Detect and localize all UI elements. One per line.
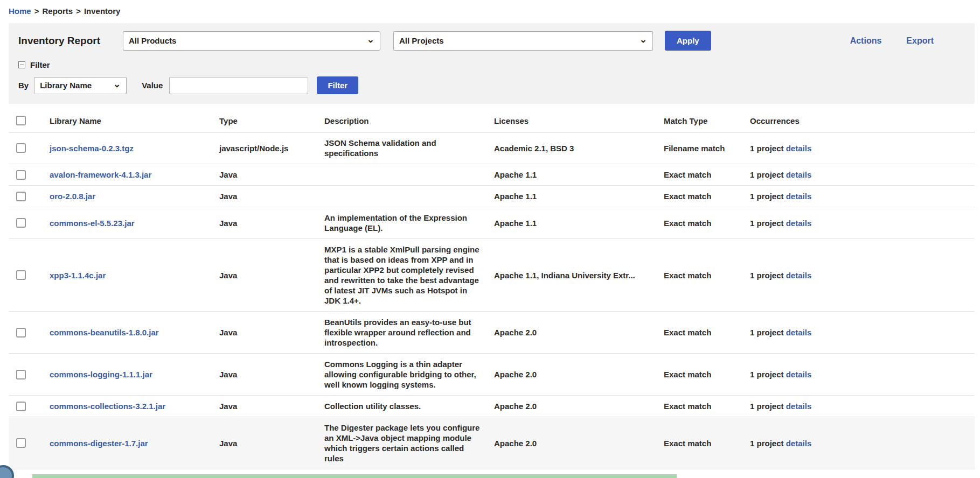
filter-section-header: Filter xyxy=(18,60,965,69)
library-link[interactable]: commons-logging-1.1.1.jar xyxy=(50,370,152,379)
row-checkbox[interactable] xyxy=(16,270,26,280)
table-row: xpp3-1.1.4c.jar Java MXP1 is a stable Xm… xyxy=(9,239,975,312)
description-cell: Collection utility classes. xyxy=(319,396,489,417)
row-checkbox[interactable] xyxy=(16,370,26,379)
breadcrumb-separator: > xyxy=(34,6,39,16)
type-cell: Java xyxy=(214,417,319,469)
filter-controls: By Library Name ⌄ Value Filter xyxy=(18,76,965,94)
licenses-cell: Apache 1.1, Indiana University Extr... xyxy=(489,239,658,312)
match-type-cell: Exact match xyxy=(658,396,745,417)
row-checkbox[interactable] xyxy=(16,328,26,338)
projects-select-wrap: All Projects ⌄ xyxy=(393,31,653,51)
occurrences-text: 1 project xyxy=(750,144,784,153)
occurrences-text: 1 project xyxy=(750,328,784,337)
details-link[interactable]: details xyxy=(786,271,812,280)
row-checkbox[interactable] xyxy=(16,402,26,411)
library-link[interactable]: commons-collections-3.2.1.jar xyxy=(50,402,165,411)
breadcrumb: Home>Reports>Inventory xyxy=(0,0,980,23)
match-type-cell: Exact match xyxy=(658,417,745,469)
type-cell: Java xyxy=(214,207,319,239)
occurrences-cell: 1 project details xyxy=(745,164,975,186)
details-link[interactable]: details xyxy=(786,144,812,153)
col-header-library: Library Name xyxy=(44,108,214,132)
filter-section-label: Filter xyxy=(30,60,50,69)
match-type-cell: Filename match xyxy=(658,132,745,164)
type-cell: Java xyxy=(214,312,319,354)
occurrences-cell: 1 project details xyxy=(745,417,975,469)
row-checkbox[interactable] xyxy=(16,438,26,448)
actions-link[interactable]: Actions xyxy=(850,36,882,46)
details-link[interactable]: details xyxy=(786,328,812,337)
col-header-description: Description xyxy=(319,108,489,132)
col-header-occurrences: Occurrences xyxy=(745,108,975,132)
occurrences-text: 1 project xyxy=(750,192,784,201)
table-header-row: Library Name Type Description Licenses M… xyxy=(9,108,975,132)
occurrences-text: 1 project xyxy=(750,370,784,379)
details-link[interactable]: details xyxy=(786,370,812,379)
occurrences-cell: 1 project details xyxy=(745,354,975,396)
occurrences-cell: 1 project details xyxy=(745,132,975,164)
type-cell: Java xyxy=(214,396,319,417)
table-row: commons-el-5.5.23.jar Java An implementa… xyxy=(9,207,975,239)
licenses-cell: Apache 2.0 xyxy=(489,417,658,469)
breadcrumb-reports: Reports xyxy=(42,6,73,16)
row-checkbox[interactable] xyxy=(16,143,26,153)
table-row: json-schema-0.2.3.tgz javascript/Node.js… xyxy=(9,132,975,164)
table-row: commons-collections-3.2.1.jar Java Colle… xyxy=(9,396,975,417)
row-checkbox[interactable] xyxy=(16,192,26,201)
breadcrumb-separator: > xyxy=(76,6,81,16)
filter-by-select[interactable]: Library Name xyxy=(34,77,127,94)
report-controls-panel: Inventory Report All Products ⌄ All Proj… xyxy=(9,23,975,104)
library-link[interactable]: xpp3-1.1.4c.jar xyxy=(50,271,106,280)
filter-button[interactable]: Filter xyxy=(317,76,358,94)
projects-select[interactable]: All Projects xyxy=(393,31,653,51)
toolbar-links: Actions Export xyxy=(850,36,934,46)
row-checkbox[interactable] xyxy=(16,218,26,228)
match-type-cell: Exact match xyxy=(658,207,745,239)
licenses-cell: Apache 1.1 xyxy=(489,164,658,186)
occurrences-text: 1 project xyxy=(750,271,784,280)
description-cell: BeanUtils provides an easy-to-use but fl… xyxy=(319,312,489,354)
type-cell: javascript/Node.js xyxy=(214,132,319,164)
occurrences-cell: 1 project details xyxy=(745,207,975,239)
library-link[interactable]: avalon-framework-4.1.3.jar xyxy=(50,170,151,179)
breadcrumb-inventory: Inventory xyxy=(84,6,121,16)
filter-value-input[interactable] xyxy=(169,77,308,94)
library-link[interactable]: commons-el-5.5.23.jar xyxy=(50,219,135,228)
occurrences-text: 1 project xyxy=(750,439,784,448)
match-type-cell: Exact match xyxy=(658,164,745,186)
row-checkbox[interactable] xyxy=(16,170,26,180)
details-link[interactable]: details xyxy=(786,402,812,411)
library-link[interactable]: commons-digester-1.7.jar xyxy=(50,439,148,448)
table-row: commons-beanutils-1.8.0.jar Java BeanUti… xyxy=(9,312,975,354)
inventory-table: Library Name Type Description Licenses M… xyxy=(9,108,975,469)
col-header-match-type: Match Type xyxy=(658,108,745,132)
type-cell: Java xyxy=(214,164,319,186)
match-type-cell: Exact match xyxy=(658,354,745,396)
page-title: Inventory Report xyxy=(18,35,100,47)
value-label: Value xyxy=(142,81,163,90)
match-type-cell: Exact match xyxy=(658,186,745,207)
col-header-type: Type xyxy=(214,108,319,132)
collapse-icon[interactable] xyxy=(18,61,25,68)
occurrences-cell: 1 project details xyxy=(745,396,975,417)
description-cell: Commons Logging is a thin adapter allowi… xyxy=(319,354,489,396)
match-type-cell: Exact match xyxy=(658,239,745,312)
licenses-cell: Apache 2.0 xyxy=(489,312,658,354)
products-select[interactable]: All Products xyxy=(123,31,380,51)
details-link[interactable]: details xyxy=(786,192,812,201)
description-cell: JSON Schema validation and specification… xyxy=(319,132,489,164)
details-link[interactable]: details xyxy=(786,170,812,179)
details-link[interactable]: details xyxy=(786,219,812,228)
description-cell xyxy=(319,164,489,186)
occurrences-text: 1 project xyxy=(750,402,784,411)
library-link[interactable]: oro-2.0.8.jar xyxy=(50,192,95,201)
apply-button[interactable]: Apply xyxy=(665,31,711,51)
export-link[interactable]: Export xyxy=(906,36,934,46)
description-cell: An implementation of the Expression Lang… xyxy=(319,207,489,239)
library-link[interactable]: json-schema-0.2.3.tgz xyxy=(50,144,134,153)
details-link[interactable]: details xyxy=(786,439,812,448)
library-link[interactable]: commons-beanutils-1.8.0.jar xyxy=(50,328,159,337)
breadcrumb-home-link[interactable]: Home xyxy=(9,6,31,16)
select-all-checkbox[interactable] xyxy=(16,116,26,125)
